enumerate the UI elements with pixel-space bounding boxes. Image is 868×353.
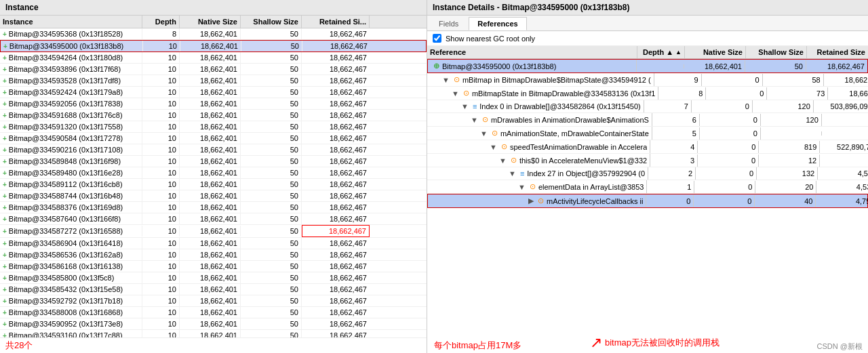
- table-row[interactable]: + Bitmap@334587272 (0x13f16588) 10 18,66…: [0, 225, 427, 238]
- depth-cell: 10: [142, 261, 180, 272]
- right-table-row[interactable]: ▼ ⊙ mBitmap in BitmapDrawable$BitmapStat…: [427, 73, 868, 87]
- table-row[interactable]: + Bitmap@334592792 (0x13f17b18) 10 18,66…: [0, 295, 427, 307]
- gc-root-checkbox[interactable]: [433, 34, 441, 43]
- table-row[interactable]: + Bitmap@334589848 (0x13f16f98) 10 18,66…: [0, 156, 427, 167]
- tree-expand-icon: ▼: [471, 116, 478, 124]
- field-icon: ⊙: [511, 156, 517, 165]
- table-row[interactable]: + Bitmap@334590952 (0x13f173e8) 10 18,66…: [0, 318, 427, 330]
- table-row[interactable]: + Bitmap@334588376 (0x13f169d8) 10 18,66…: [0, 202, 427, 213]
- table-row[interactable]: + Bitmap@334589112 (0x13f16cb8) 10 18,66…: [0, 179, 427, 190]
- right-table-row[interactable]: ▼ ⊙ mDrawables in AnimationDrawable$Anim…: [427, 113, 868, 127]
- retained-cell: 18,662,467: [302, 307, 370, 318]
- table-row[interactable]: + Bitmap@334586904 (0x13f16418) 10 18,66…: [0, 238, 427, 249]
- instance-cell: + Bitmap@334594264 (0x13f180d8): [0, 52, 142, 63]
- table-row[interactable]: + Bitmap@334593160 (0x13f17c88) 10 18,66…: [0, 330, 427, 337]
- instance-cell: + Bitmap@334586168 (0x13f16138): [0, 261, 142, 272]
- table-row[interactable]: + Bitmap@334585800 (0x13f5c8) 10 18,662,…: [0, 272, 427, 284]
- instance-cell: + Bitmap@334589112 (0x13f16cb8): [0, 179, 142, 190]
- ref-shallow-cell: 20: [755, 181, 816, 193]
- right-table-row[interactable]: ▼ ⊙ mAnimationState, mDrawableContainerS…: [427, 127, 868, 140]
- right-table-row[interactable]: ▼ ⊙ elementData in ArrayList@3853 1 0 20…: [427, 180, 868, 194]
- table-row[interactable]: + Bitmap@334592056 (0x13f17838) 10 18,66…: [0, 98, 427, 110]
- expand-icon: +: [3, 181, 7, 188]
- ref-shallow-cell: 819: [759, 141, 820, 153]
- right-table-row[interactable]: ▼ ⊙ this$0 in AccelerateMenuView$1@332 3…: [427, 154, 868, 167]
- table-row[interactable]: + Bitmap@334593528 (0x13f17df8) 10 18,66…: [0, 75, 427, 87]
- table-row[interactable]: + Bitmap@334585432 (0x13f15e58) 10 18,66…: [0, 284, 427, 295]
- col-header-ref-retained: Retained Size: [807, 46, 868, 58]
- retained-cell: 18,662,467: [302, 261, 370, 272]
- table-row[interactable]: + Bitmap@334589480 (0x13f16e28) 10 18,66…: [0, 167, 427, 179]
- ref-text: elementData in ArrayList@3853: [538, 183, 644, 191]
- ref-depth-cell: 0: [646, 195, 694, 207]
- retained-cell: 18,662,467: [302, 110, 370, 121]
- ref-depth-cell: 9: [654, 74, 702, 86]
- native-cell: 18,662,401: [180, 295, 241, 306]
- instance-text: Bitmap@334592424 (0x13f179a8): [9, 88, 123, 96]
- instance-cell: + Bitmap@334588744 (0x13f16b48): [0, 190, 142, 201]
- col-header-ref-native: Native Size: [685, 46, 746, 58]
- bitmap-annotation: 每个bitmap占用17M多: [434, 339, 521, 352]
- table-row[interactable]: + Bitmap@334588744 (0x13f16b48) 10 18,66…: [0, 190, 427, 202]
- shallow-cell: 50: [241, 330, 302, 337]
- tab-references[interactable]: References: [469, 17, 526, 30]
- native-cell: 18,662,401: [180, 272, 241, 283]
- instance-cell: + Bitmap@334586536 (0x13f162a8): [0, 249, 142, 260]
- expand-icon: +: [3, 286, 7, 293]
- shallow-cell: 50: [241, 121, 302, 132]
- shallow-cell: 50: [241, 318, 302, 329]
- table-row[interactable]: + Bitmap@334590584 (0x13f17278) 10 18,66…: [0, 133, 427, 144]
- right-table-row[interactable]: ▼ ≡ Index 27 in Object[]@357992904 (0 2 …: [427, 167, 868, 180]
- instance-text: Bitmap@334593896 (0x13f17f68): [9, 65, 121, 73]
- tab-fields[interactable]: Fields: [430, 17, 467, 30]
- retained-cell: 18,662,467: [302, 156, 370, 167]
- table-row[interactable]: + Bitmap@334591688 (0x13f176c8) 10 18,66…: [0, 110, 427, 121]
- table-row[interactable]: + Bitmap@334586168 (0x13f16138) 10 18,66…: [0, 261, 427, 272]
- tree-expand-icon: ▼: [518, 183, 526, 191]
- instance-cell: + Bitmap@334592792 (0x13f17b18): [0, 295, 142, 306]
- table-row[interactable]: + Bitmap@334590216 (0x13f17108) 10 18,66…: [0, 144, 427, 156]
- table-row[interactable]: + Bitmap@334586536 (0x13f162a8) 10 18,66…: [0, 249, 427, 261]
- ref-shallow-cell: 73: [767, 87, 828, 100]
- ref-depth-cell: 8: [658, 87, 706, 100]
- instance-cell: + Bitmap@334588376 (0x13f169d8): [0, 202, 142, 213]
- ref-retained-cell: 12: [820, 154, 868, 167]
- instance-cell: + Bitmap@334590952 (0x13f173e8): [0, 318, 142, 329]
- table-row[interactable]: + Bitmap@334595000 (0x13f183b8) 10 18,66…: [0, 40, 427, 52]
- table-row[interactable]: + Bitmap@334588008 (0x13f16868) 10 18,66…: [0, 307, 427, 318]
- right-table-row[interactable]: ⊕ Bitmap@334595000 (0x13f183b8) 18,662,4…: [427, 59, 868, 73]
- table-row[interactable]: + Bitmap@334593896 (0x13f17f68) 10 18,66…: [0, 64, 427, 75]
- field-icon: ⊙: [530, 182, 536, 191]
- depth-cell: 10: [142, 64, 180, 75]
- right-table-row[interactable]: ▼ ⊙ mBitmapState in BitmapDrawable@33458…: [427, 87, 868, 100]
- instance-cell: + Bitmap@334587640 (0x13f166f8): [0, 213, 142, 224]
- ref-retained-cell: 18,662,742: [828, 87, 868, 100]
- right-table-row[interactable]: ▼ ≡ Index 0 in Drawable[]@334582864 (0x1…: [427, 100, 868, 113]
- depth-cell: 10: [142, 75, 180, 86]
- ref-text: mActivityLifecycleCallbacks ii: [547, 197, 643, 205]
- instance-text: Bitmap@334585432 (0x13f15e58): [9, 285, 123, 293]
- tree-expand-icon: ▼: [442, 76, 450, 84]
- native-cell: 18,662,401: [180, 144, 241, 155]
- col-header-shallow: Shallow Size: [241, 16, 302, 28]
- ref-native-cell: 0: [700, 127, 761, 140]
- ref-shallow-cell: 50: [745, 60, 806, 72]
- table-row[interactable]: + Bitmap@334594264 (0x13f180d8) 10 18,66…: [0, 52, 427, 64]
- instance-text: Bitmap@334588744 (0x13f16b48): [9, 192, 123, 200]
- expand-icon: +: [3, 215, 7, 223]
- right-table-row[interactable]: ▶ ⊙ mActivityLifecycleCallbacks ii 0 0 4…: [427, 194, 868, 208]
- table-row[interactable]: + Bitmap@334587640 (0x13f166f8) 10 18,66…: [0, 213, 427, 225]
- right-content-area: ⊕ Bitmap@334595000 (0x13f183b8) 18,662,4…: [427, 59, 868, 353]
- shallow-cell: 50: [241, 87, 302, 98]
- native-cell: 18,662,401: [180, 167, 241, 178]
- table-row[interactable]: + Bitmap@334592424 (0x13f179a8) 10 18,66…: [0, 87, 427, 98]
- instance-cell: + Bitmap@334589848 (0x13f16f98): [0, 156, 142, 167]
- retained-cell: 18,662,467: [302, 272, 370, 283]
- table-row[interactable]: + Bitmap@334595368 (0x13f18528) 8 18,662…: [0, 28, 427, 40]
- depth-cell: 10: [142, 284, 180, 295]
- table-row[interactable]: + Bitmap@334591320 (0x13f17558) 10 18,66…: [0, 121, 427, 133]
- right-table-row[interactable]: ▼ ⊙ speedTestAnimationDrawable in Accele…: [427, 140, 868, 154]
- expand-icon: +: [3, 77, 7, 85]
- array-icon: ≡: [520, 169, 524, 178]
- native-cell: 18,662,401: [180, 121, 241, 132]
